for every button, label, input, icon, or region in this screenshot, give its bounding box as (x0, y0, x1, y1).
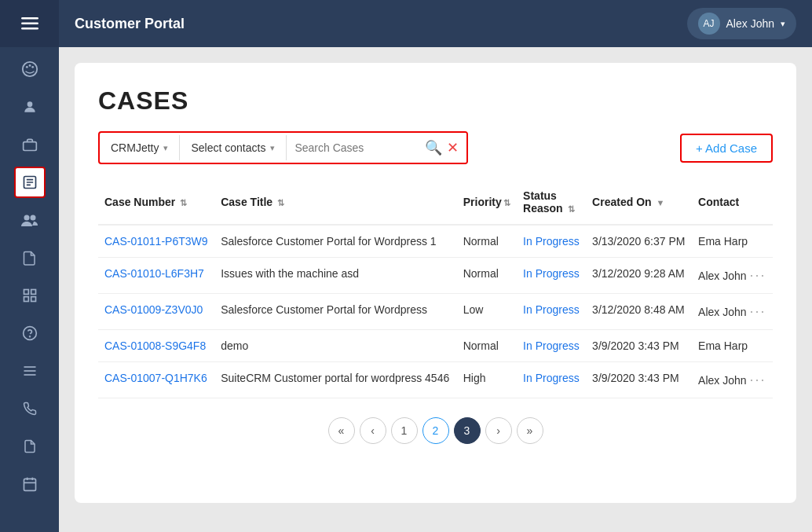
svg-rect-8 (23, 142, 36, 151)
table-row: CAS-01009-Z3V0J0 Salesforce Customer Por… (98, 294, 773, 330)
cell-priority: Normal (457, 330, 517, 362)
account-label: CRMJetty (111, 141, 159, 154)
cell-status: In Progress (517, 330, 586, 362)
cell-status: In Progress (517, 362, 586, 398)
app-title: Customer Portal (75, 16, 687, 32)
status-badge: In Progress (523, 235, 580, 248)
cell-case-title: demo (214, 330, 457, 362)
page-button-«[interactable]: « (328, 417, 355, 444)
cell-created-on: 3/12/2020 9:28 AM (586, 258, 692, 294)
group-icon[interactable] (14, 204, 46, 236)
sort-case-title-icon[interactable]: ⇅ (277, 198, 284, 207)
cell-priority: Normal (457, 225, 517, 258)
table-row: CAS-01008-S9G4F8 demo Normal In Progress… (98, 330, 773, 362)
briefcase-icon[interactable] (14, 129, 46, 160)
page-button-›[interactable]: › (485, 417, 512, 444)
contacts-label: Select contacts (191, 141, 265, 154)
status-badge: In Progress (523, 267, 580, 280)
col-created-on: Created On ▼ (586, 180, 692, 225)
cell-case-number: CAS-01007-Q1H7K6 (98, 362, 214, 398)
menu-icon[interactable] (14, 8, 46, 39)
col-contact: Contact (692, 180, 773, 225)
cell-created-on: 3/9/2020 3:43 PM (586, 362, 692, 398)
calendar-icon[interactable] (14, 468, 46, 500)
cell-case-number: CAS-01008-S9G4F8 (98, 330, 214, 362)
cell-contact: Ema Harp (692, 330, 773, 362)
sort-created-icon[interactable]: ▼ (656, 198, 664, 207)
search-input[interactable] (294, 141, 420, 154)
status-badge: In Progress (523, 303, 580, 316)
grid-icon[interactable] (14, 280, 46, 311)
user-menu[interactable]: AJ Alex John ▾ (687, 8, 796, 39)
page-button-2[interactable]: 2 (422, 417, 449, 444)
sort-status-icon[interactable]: ⇅ (568, 204, 575, 214)
svg-point-4 (25, 66, 27, 68)
sidebar (0, 0, 59, 532)
contacts-filter[interactable]: Select contacts ▾ (180, 135, 287, 160)
palette-icon[interactable] (14, 53, 46, 85)
row-actions-button[interactable]: ··· (749, 303, 766, 319)
page-button-3[interactable]: 3 (454, 417, 481, 444)
cases-icon[interactable] (14, 167, 46, 198)
case-number-link[interactable]: CAS-01007-Q1H7K6 (104, 372, 207, 384)
clear-icon[interactable]: ✕ (447, 139, 459, 156)
avatar: AJ (698, 13, 720, 35)
row-actions-button[interactable]: ··· (749, 267, 766, 283)
list-icon[interactable] (14, 355, 46, 387)
cell-contact: Alex John ··· (692, 294, 773, 330)
cell-status: In Progress (517, 258, 586, 294)
page-button-1[interactable]: 1 (391, 417, 418, 444)
svg-point-3 (22, 62, 36, 76)
case-number-link[interactable]: CAS-01011-P6T3W9 (104, 235, 208, 248)
document-icon[interactable] (14, 242, 46, 273)
cases-table: Case Number ⇅ Case Title ⇅ Priority⇅ Sta… (98, 180, 773, 398)
cell-case-title: SuiteCRM Customer portal for wordpress 4… (214, 362, 457, 398)
add-case-button[interactable]: + Add Case (680, 134, 773, 163)
case-number-link[interactable]: CAS-01010-L6F3H7 (104, 267, 204, 280)
svg-rect-14 (24, 297, 28, 302)
svg-point-6 (31, 66, 34, 68)
case-number-link[interactable]: CAS-01009-Z3V0J0 (104, 303, 203, 316)
table-row: CAS-01011-P6T3W9 Salesforce Customer Por… (98, 225, 773, 258)
svg-point-11 (30, 215, 35, 221)
cell-case-title: Salesforce Customer Portal for Wordpress… (214, 225, 457, 258)
row-actions-button[interactable]: ··· (749, 372, 766, 387)
page-button-»[interactable]: » (517, 417, 543, 444)
sort-case-number-icon[interactable]: ⇅ (180, 198, 187, 207)
page-button-‹[interactable]: ‹ (360, 417, 386, 444)
topbar: Customer Portal AJ Alex John ▾ (59, 0, 812, 47)
cell-case-number: CAS-01009-Z3V0J0 (98, 294, 214, 330)
user-icon[interactable] (14, 91, 46, 123)
cell-status: In Progress (517, 225, 586, 258)
svg-rect-1 (21, 23, 38, 25)
chevron-down-icon: ▾ (781, 19, 785, 29)
status-badge: In Progress (523, 372, 580, 384)
table-row: CAS-01007-Q1H7K6 SuiteCRM Customer porta… (98, 362, 773, 398)
sort-priority-icon[interactable]: ⇅ (503, 198, 510, 207)
pagination: «‹123›» (98, 417, 773, 444)
col-priority: Priority⇅ (457, 180, 517, 225)
hamburger-button[interactable] (0, 0, 59, 47)
cell-created-on: 3/9/2020 3:43 PM (586, 330, 692, 362)
svg-point-7 (27, 101, 32, 107)
svg-rect-15 (31, 297, 35, 302)
case-number-link[interactable]: CAS-01008-S9G4F8 (104, 339, 206, 352)
cell-case-title: Issues with the machine asd (214, 258, 457, 294)
table-row: CAS-01010-L6F3H7 Issues with the machine… (98, 258, 773, 294)
svg-rect-13 (31, 290, 35, 295)
account-filter[interactable]: CRMJetty ▾ (100, 135, 180, 160)
help-icon[interactable] (14, 317, 46, 349)
content-card: CASES CRMJetty ▾ Select contacts ▾ 🔍 ✕ +… (75, 63, 796, 503)
cell-contact: Alex John ··· (692, 362, 773, 398)
cell-case-number: CAS-01010-L6F3H7 (98, 258, 214, 294)
phone-icon[interactable] (14, 393, 46, 424)
cell-priority: Low (457, 294, 517, 330)
svg-rect-2 (21, 28, 38, 30)
svg-rect-21 (24, 479, 35, 490)
cell-created-on: 3/13/2020 6:37 PM (586, 225, 692, 258)
cell-case-title: Salesforce Customer Portal for Wordpress (214, 294, 457, 330)
filters-container: CRMJetty ▾ Select contacts ▾ 🔍 ✕ (98, 131, 468, 164)
search-icon[interactable]: 🔍 (425, 139, 442, 156)
col-case-title: Case Title ⇅ (214, 180, 457, 225)
file-icon[interactable] (14, 431, 46, 462)
